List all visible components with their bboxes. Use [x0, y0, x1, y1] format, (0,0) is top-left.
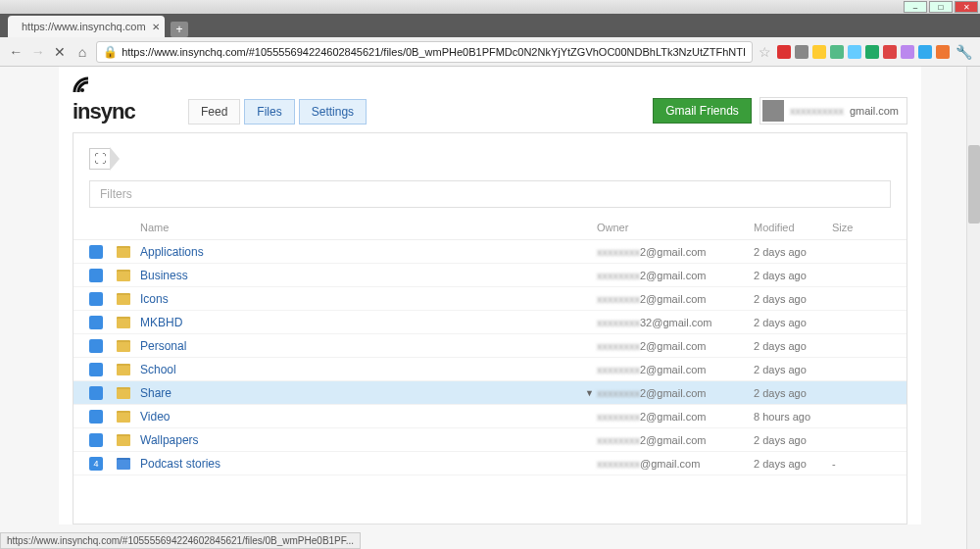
col-owner[interactable]: Owner [597, 222, 754, 233]
row-count-badge [89, 316, 103, 329]
row-count-badge [89, 339, 103, 353]
breadcrumb-home-button[interactable]: ⛶ [89, 148, 111, 170]
wrench-icon[interactable]: 🔧 [956, 43, 972, 61]
header-right: Gmail Friends xxxxxxxxxxgmail.com [653, 97, 907, 125]
app-tabs: Feed Files Settings [188, 99, 367, 125]
url-text: https://www.insynchq.com/#10555569422460… [122, 46, 746, 58]
logo-icon [73, 76, 180, 99]
breadcrumb: ⛶ [89, 147, 891, 171]
extension-icon[interactable] [795, 45, 808, 59]
nav-stop-button[interactable]: ✕ [52, 43, 69, 61]
user-menu[interactable]: xxxxxxxxxxgmail.com [760, 97, 907, 125]
table-row[interactable]: MKBHDxxxxxxxx32@gmail.com2 days ago [74, 311, 906, 334]
tab-settings[interactable]: Settings [299, 99, 367, 125]
app-logo[interactable]: insync [73, 76, 180, 125]
extension-icon[interactable] [812, 45, 826, 59]
table-row[interactable]: Applicationsxxxxxxxx2@gmail.com2 days ag… [74, 240, 906, 264]
file-table: Name Owner Modified Size Applicationsxxx… [74, 216, 906, 475]
file-owner: xxxxxxxx2@gmail.com [597, 246, 754, 258]
gmail-friends-button[interactable]: Gmail Friends [653, 98, 752, 124]
app-header: insync Feed Files Settings Gmail Friends… [59, 67, 921, 125]
extension-icon[interactable] [777, 45, 791, 59]
nav-back-button[interactable]: ← [8, 43, 24, 61]
row-count-badge [89, 386, 103, 400]
file-size: - [832, 458, 891, 470]
row-count-badge [89, 269, 103, 282]
folder-icon [117, 364, 130, 375]
table-row[interactable]: Schoolxxxxxxxx2@gmail.com2 days ago [74, 358, 906, 381]
tab-files[interactable]: Files [244, 99, 294, 125]
nav-forward-button[interactable]: → [30, 43, 47, 61]
extension-icons [777, 45, 950, 59]
folder-icon [117, 317, 130, 328]
file-name: MKBHD [140, 316, 182, 329]
extension-icon[interactable] [936, 45, 950, 59]
new-tab-button[interactable]: + [171, 22, 188, 37]
folder-icon [117, 387, 130, 399]
app-page: insync Feed Files Settings Gmail Friends… [59, 67, 921, 524]
extension-icon[interactable] [901, 45, 914, 59]
star-icon[interactable]: ☆ [759, 44, 771, 60]
file-name: School [140, 363, 176, 376]
user-email-prefix: xxxxxxxxxx [790, 105, 844, 117]
row-menu-icon[interactable]: ▼ [585, 388, 597, 398]
col-modified[interactable]: Modified [754, 222, 832, 233]
browser-toolbar: ← → ✕ ⌂ 🔒 https://www.insynchq.com/#1055… [0, 37, 980, 67]
extension-icon[interactable] [883, 45, 897, 59]
table-row[interactable]: Wallpapersxxxxxxxx2@gmail.com2 days ago [74, 428, 906, 452]
file-name: Podcast stories [140, 457, 220, 471]
folder-icon [117, 270, 130, 281]
col-name[interactable]: Name [140, 222, 597, 233]
extension-icon[interactable] [830, 45, 844, 59]
main-panel: ⛶ Filters Name Owner Modified Size Appli… [73, 132, 907, 524]
table-row[interactable]: 4Podcast storiesxxxxxxxx@gmail.com2 days… [74, 452, 906, 475]
file-name: Video [140, 410, 170, 424]
file-owner: xxxxxxxx2@gmail.com [597, 364, 754, 375]
file-modified: 2 days ago [754, 458, 832, 470]
user-email: gmail.com [850, 105, 899, 117]
row-count-badge [89, 363, 103, 376]
extension-icon[interactable] [848, 45, 861, 59]
extension-icon[interactable] [865, 45, 879, 59]
folder-icon [117, 340, 130, 352]
window-close-button[interactable]: ✕ [955, 1, 978, 13]
window-titlebar: – □ ✕ [0, 0, 980, 14]
file-owner: xxxxxxxx2@gmail.com [597, 411, 754, 423]
file-owner: xxxxxxxx2@gmail.com [597, 340, 754, 352]
window-minimize-button[interactable]: – [904, 1, 927, 13]
file-owner: xxxxxxxx2@gmail.com [597, 434, 754, 446]
scrollbar[interactable] [966, 67, 980, 549]
folder-icon [117, 434, 130, 446]
col-size[interactable]: Size [832, 222, 891, 233]
file-name: Share [140, 386, 172, 400]
row-count-badge: 4 [89, 457, 103, 471]
folder-icon [117, 293, 130, 305]
table-row[interactable]: Personalxxxxxxxx2@gmail.com2 days ago [74, 334, 906, 358]
tab-close-icon[interactable]: ✕ [152, 22, 160, 32]
extension-icon[interactable] [918, 45, 932, 59]
url-bar[interactable]: 🔒 https://www.insynchq.com/#105555694224… [96, 41, 753, 63]
status-bar: https://www.insynchq.com/#10555569422460… [0, 532, 361, 549]
filters-input[interactable]: Filters [89, 180, 891, 208]
window-maximize-button[interactable]: □ [929, 1, 953, 13]
browser-tab[interactable]: https://www.insynchq.com ✕ [8, 16, 165, 37]
file-modified: 2 days ago [754, 246, 832, 258]
table-row[interactable]: Iconsxxxxxxxx2@gmail.com2 days ago [74, 287, 906, 311]
file-name: Applications [140, 245, 204, 259]
file-modified: 2 days ago [754, 317, 832, 328]
page-content: insync Feed Files Settings Gmail Friends… [0, 67, 980, 549]
scrollbar-thumb[interactable] [968, 145, 980, 224]
file-modified: 2 days ago [754, 270, 832, 281]
table-row[interactable]: Businessxxxxxxxx2@gmail.com2 days ago [74, 264, 906, 287]
row-count-badge [89, 433, 103, 447]
file-modified: 8 hours ago [754, 411, 832, 423]
file-modified: 2 days ago [754, 293, 832, 305]
nav-home-button[interactable]: ⌂ [74, 43, 91, 61]
table-row[interactable]: Videoxxxxxxxx2@gmail.com8 hours ago [74, 405, 906, 428]
tab-title: https://www.insynchq.com [22, 21, 146, 32]
row-count-badge [89, 410, 103, 424]
file-modified: 2 days ago [754, 364, 832, 375]
tab-feed[interactable]: Feed [188, 99, 240, 125]
folder-icon [117, 246, 130, 258]
table-row[interactable]: Share▼xxxxxxxx2@gmail.com2 days ago [74, 381, 906, 405]
